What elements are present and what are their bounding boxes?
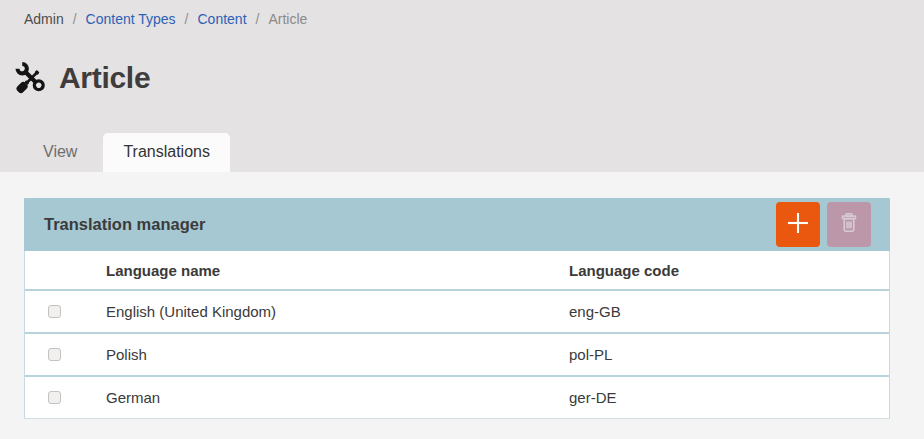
tools-icon bbox=[11, 56, 52, 100]
column-header-language-code: Language code bbox=[569, 262, 889, 279]
tab-translations[interactable]: Translations bbox=[103, 133, 230, 172]
breadcrumb-item-article: Article bbox=[268, 11, 307, 27]
table-row: English (United Kingdom) eng-GB bbox=[25, 289, 889, 332]
delete-translation-button[interactable] bbox=[827, 202, 871, 247]
breadcrumb: Admin / Content Types / Content / Articl… bbox=[0, 0, 924, 27]
language-code-cell: ger-DE bbox=[569, 389, 889, 406]
row-checkbox[interactable] bbox=[48, 391, 61, 404]
translations-table: Language name Language code English (Uni… bbox=[24, 251, 890, 419]
breadcrumb-link-content[interactable]: Content bbox=[198, 11, 247, 27]
page-title: Article bbox=[59, 61, 150, 95]
add-translation-button[interactable] bbox=[776, 202, 820, 247]
tab-view[interactable]: View bbox=[24, 133, 96, 172]
language-name-cell: German bbox=[106, 389, 569, 406]
table-header-row: Language name Language code bbox=[25, 251, 889, 289]
language-name-cell: English (United Kingdom) bbox=[106, 303, 569, 320]
breadcrumb-separator: / bbox=[185, 11, 189, 27]
breadcrumb-item-admin: Admin bbox=[24, 11, 64, 27]
language-name-cell: Polish bbox=[106, 346, 569, 363]
row-checkbox[interactable] bbox=[48, 305, 61, 318]
plus-icon bbox=[786, 211, 810, 238]
breadcrumb-separator: / bbox=[256, 11, 260, 27]
language-code-cell: eng-GB bbox=[569, 303, 889, 320]
breadcrumb-separator: / bbox=[73, 11, 77, 27]
table-row: Polish pol-PL bbox=[25, 332, 889, 375]
panel-header: Translation manager bbox=[24, 198, 890, 251]
column-header-language-name: Language name bbox=[106, 262, 569, 279]
language-code-cell: pol-PL bbox=[569, 346, 889, 363]
tab-bar: View Translations bbox=[24, 133, 237, 172]
row-checkbox[interactable] bbox=[48, 348, 61, 361]
translation-manager-panel: Translation manager bbox=[24, 198, 890, 419]
tab-content: Translation manager bbox=[0, 172, 924, 419]
page-header: Admin / Content Types / Content / Articl… bbox=[0, 0, 924, 172]
breadcrumb-link-content-types[interactable]: Content Types bbox=[86, 11, 176, 27]
table-row: German ger-DE bbox=[25, 375, 889, 418]
panel-title: Translation manager bbox=[44, 215, 776, 234]
page-title-row: Article bbox=[11, 41, 924, 115]
trash-icon bbox=[837, 211, 861, 238]
